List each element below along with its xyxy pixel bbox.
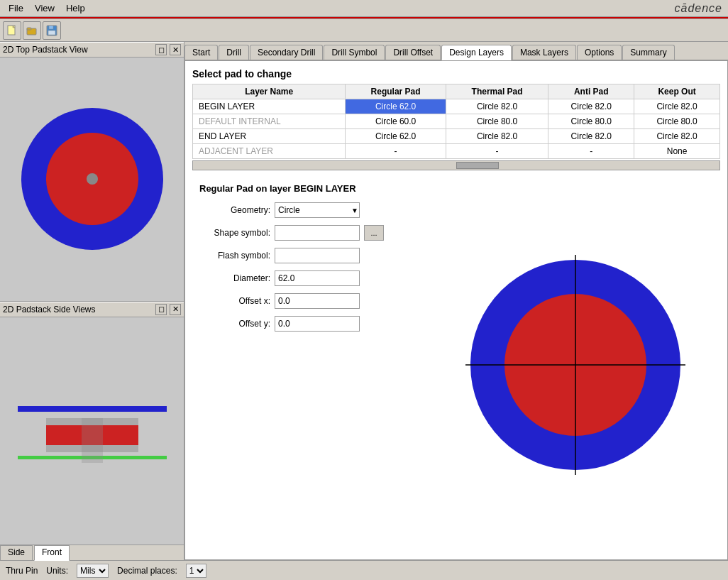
decimal-label: Decimal places: (117, 566, 177, 576)
tab-bar: Start Drill Secondary Drill Drill Symbol… (184, 42, 728, 60)
menu-file[interactable]: File (3, 1, 29, 15)
content-area: Select pad to change Layer Name Regular … (184, 60, 728, 560)
preview-area (438, 183, 713, 547)
side-view-close-icon[interactable]: ✕ (170, 304, 181, 315)
shape-symbol-input[interactable] (275, 225, 360, 241)
offset-y-label: Offset y: (199, 319, 270, 329)
diameter-input[interactable] (275, 270, 360, 286)
horizontal-scrollbar[interactable] (192, 160, 720, 170)
side-view-restore-icon[interactable]: ◻ (155, 304, 167, 315)
table-row[interactable]: ADJACENT LAYER - - - None (193, 144, 720, 159)
scroll-thumb[interactable] (456, 162, 499, 169)
geometry-select[interactable]: Circle Square Rectangle Oval Custom (275, 202, 360, 218)
status-bar: Thru Pin Units: Mils Inch MM Decimal pla… (0, 560, 728, 580)
side-tabs: Side Front (0, 545, 184, 560)
tab-drill[interactable]: Drill (219, 45, 249, 60)
row4-thermal[interactable]: - (446, 144, 548, 159)
row1-anti[interactable]: Circle 82.0 (548, 99, 634, 114)
tab-design-layers[interactable]: Design Layers (441, 45, 512, 60)
table-section-title: Select pad to change (192, 68, 720, 80)
svg-rect-15 (82, 418, 103, 463)
table-section: Select pad to change Layer Name Regular … (192, 68, 720, 170)
table-scroll-area: Layer Name Regular Pad Thermal Pad Anti … (192, 84, 720, 159)
tab-mask-layers[interactable]: Mask Layers (512, 45, 576, 60)
row4-layer[interactable]: ADJACENT LAYER (193, 144, 346, 159)
top-view-icons: ◻ ✕ (155, 44, 181, 55)
toolbar (0, 19, 728, 42)
side-tab-side[interactable]: Side (0, 545, 33, 560)
side-tab-front[interactable]: Front (34, 545, 70, 561)
geometry-label: Geometry: (199, 205, 270, 215)
row1-thermal[interactable]: Circle 82.0 (446, 99, 548, 114)
side-view-icons: ◻ ✕ (155, 304, 181, 315)
row2-keepout[interactable]: Circle 80.0 (634, 114, 720, 129)
tab-drill-offset[interactable]: Drill Offset (385, 45, 441, 60)
table-row[interactable]: DEFAULT INTERNAL Circle 60.0 Circle 80.0… (193, 114, 720, 129)
shape-symbol-row: Shape symbol: ... (199, 225, 426, 241)
offset-y-row: Offset y: (199, 316, 426, 332)
flash-symbol-row: Flash symbol: (199, 248, 426, 263)
pad-table: Layer Name Regular Pad Thermal Pad Anti … (192, 84, 720, 159)
row4-anti[interactable]: - (548, 144, 634, 159)
new-button[interactable] (3, 21, 21, 40)
units-select[interactable]: Mils Inch MM (77, 564, 109, 578)
row1-keepout[interactable]: Circle 82.0 (634, 99, 720, 114)
top-view-panel-header: 2D Top Padstack View ◻ ✕ (0, 42, 184, 58)
menu-help[interactable]: Help (60, 1, 91, 15)
offset-y-input[interactable] (275, 316, 360, 332)
svg-rect-10 (18, 406, 167, 412)
preview-svg (465, 255, 685, 475)
tab-secondary-drill[interactable]: Secondary Drill (250, 45, 323, 60)
row4-regular[interactable]: - (346, 144, 446, 159)
shape-symbol-browse-button[interactable]: ... (364, 225, 384, 241)
svg-rect-5 (49, 26, 53, 29)
diameter-row: Diameter: (199, 270, 426, 286)
geometry-dropdown-wrapper: Circle Square Rectangle Oval Custom ▼ (275, 202, 360, 218)
form-title: Regular Pad on layer BEGIN LAYER (199, 183, 426, 194)
row3-anti[interactable]: Circle 82.0 (548, 129, 634, 144)
offset-x-label: Offset x: (199, 296, 270, 306)
row3-layer[interactable]: END LAYER (193, 129, 346, 144)
menu-view[interactable]: View (29, 1, 60, 15)
lower-section: Regular Pad on layer BEGIN LAYER Geometr… (192, 177, 720, 552)
tab-summary[interactable]: Summary (622, 45, 674, 60)
flash-symbol-input[interactable] (275, 248, 360, 263)
save-button[interactable] (43, 21, 61, 40)
table-row[interactable]: END LAYER Circle 62.0 Circle 82.0 Circle… (193, 129, 720, 144)
tab-start[interactable]: Start (184, 45, 218, 60)
open-button[interactable] (23, 21, 41, 40)
tab-drill-symbol[interactable]: Drill Symbol (324, 45, 385, 60)
pin-type-label: Thru Pin (6, 566, 38, 576)
row1-layer[interactable]: BEGIN LAYER (193, 99, 346, 114)
row2-regular[interactable]: Circle 60.0 (346, 114, 446, 129)
main-area: 2D Top Padstack View ◻ ✕ 2D Padstack Sid… (0, 42, 728, 560)
side-view-svg (11, 367, 174, 495)
decimal-select[interactable]: 0 1 2 3 4 (186, 564, 206, 578)
side-view-panel-header: 2D Padstack Side Views ◻ ✕ (0, 302, 184, 317)
tab-options[interactable]: Options (577, 45, 622, 60)
top-view-close-icon[interactable]: ✕ (170, 44, 181, 55)
svg-point-9 (87, 173, 98, 185)
row2-thermal[interactable]: Circle 80.0 (446, 114, 548, 129)
col-anti-pad: Anti Pad (548, 84, 634, 99)
row1-regular[interactable]: Circle 62.0 (346, 99, 446, 114)
top-view-canvas (0, 58, 184, 302)
row4-keepout[interactable]: None (634, 144, 720, 159)
geometry-row: Geometry: Circle Square Rectangle Oval C… (199, 202, 426, 218)
row3-regular[interactable]: Circle 62.0 (346, 129, 446, 144)
row2-anti[interactable]: Circle 80.0 (548, 114, 634, 129)
svg-rect-6 (48, 31, 55, 35)
top-view-title: 2D Top Padstack View (3, 45, 88, 55)
row3-keepout[interactable]: Circle 82.0 (634, 129, 720, 144)
top-view-restore-icon[interactable]: ◻ (155, 44, 167, 55)
row3-thermal[interactable]: Circle 82.0 (446, 129, 548, 144)
row2-layer[interactable]: DEFAULT INTERNAL (193, 114, 346, 129)
shape-symbol-label: Shape symbol: (199, 228, 270, 238)
svg-rect-3 (27, 28, 31, 30)
table-row[interactable]: BEGIN LAYER Circle 62.0 Circle 82.0 Circ… (193, 99, 720, 114)
offset-x-row: Offset x: (199, 293, 426, 309)
col-keep-out: Keep Out (634, 84, 720, 99)
menu-bar: File View Help cādence (0, 0, 728, 17)
offset-x-input[interactable] (275, 293, 360, 309)
col-thermal-pad: Thermal Pad (446, 84, 548, 99)
